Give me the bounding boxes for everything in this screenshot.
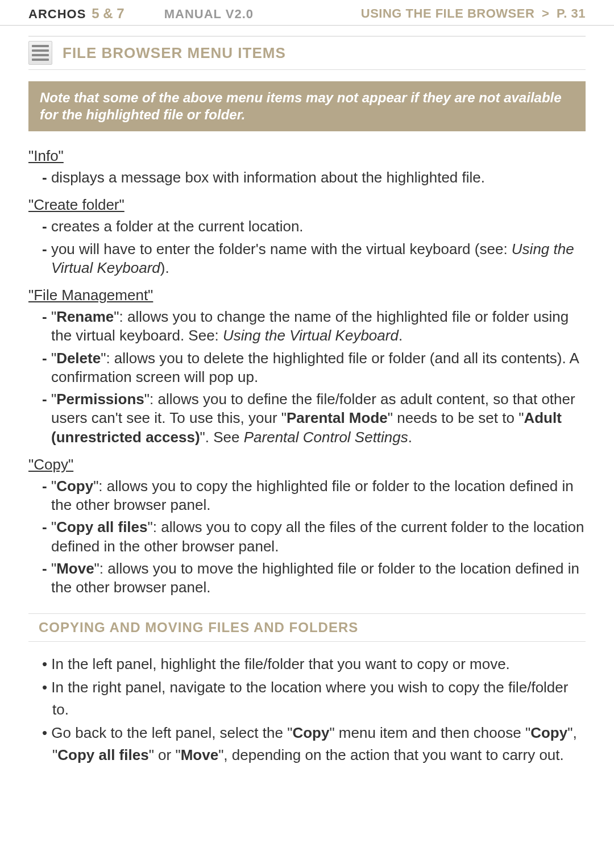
list-item: "Rename": allows you to change the name … [35, 308, 586, 346]
steps-list: In the left panel, highlight the file/fo… [28, 653, 586, 766]
list-item: displays a message box with information … [35, 168, 586, 187]
section-heading-file-browser-menu: FILE BROWSER MENU ITEMS [28, 36, 586, 70]
page-header: ARCHOS 5 & 7 MANUAL V2.0 USING THE FILE … [0, 0, 614, 26]
note-box: Note that some of the above menu items m… [28, 81, 586, 131]
list-item: "Delete": allows you to delete the highl… [35, 349, 586, 387]
create-folder-list: creates a folder at the current location… [28, 217, 586, 277]
list-item: In the left panel, highlight the file/fo… [33, 653, 586, 675]
brand-name: ARCHOS [28, 7, 86, 22]
menu-heading-create-folder: "Create folder" [28, 196, 586, 214]
list-item: "Copy": allows you to copy the highlight… [35, 477, 586, 515]
list-item: "Move": allows you to move the highlight… [35, 559, 586, 597]
list-item: "Copy all files": allows you to copy all… [35, 518, 586, 556]
header-left: ARCHOS 5 & 7 MANUAL V2.0 [28, 6, 254, 22]
copy-list: "Copy": allows you to copy the highlight… [28, 477, 586, 597]
list-item: creates a folder at the current location… [35, 217, 586, 236]
section-heading-copying-moving: COPYING AND MOVING FILES AND FOLDERS [28, 613, 586, 642]
list-item: you will have to enter the folder's name… [35, 240, 586, 278]
sub-section-title: COPYING AND MOVING FILES AND FOLDERS [39, 620, 586, 636]
breadcrumb-location: USING THE FILE BROWSER [361, 6, 535, 20]
list-item: "Permissions": allows you to define the … [35, 390, 586, 447]
menu-heading-info: "Info" [28, 147, 586, 165]
header-location: USING THE FILE BROWSER > P. 31 [361, 6, 586, 21]
list-item: Go back to the left panel, select the "C… [33, 722, 586, 766]
manual-version: MANUAL V2.0 [164, 7, 254, 22]
page-number: P. 31 [557, 6, 586, 20]
menu-heading-file-management: "File Management" [28, 286, 586, 304]
breadcrumb-separator: > [542, 6, 549, 20]
brand-model: 5 & 7 [92, 6, 124, 22]
menu-heading-copy: "Copy" [28, 456, 586, 474]
section-title: FILE BROWSER MENU ITEMS [63, 44, 286, 62]
list-item: In the right panel, navigate to the loca… [33, 676, 586, 721]
info-list: displays a message box with information … [28, 168, 586, 187]
file-management-list: "Rename": allows you to change the name … [28, 308, 586, 447]
menu-icon [28, 41, 52, 65]
